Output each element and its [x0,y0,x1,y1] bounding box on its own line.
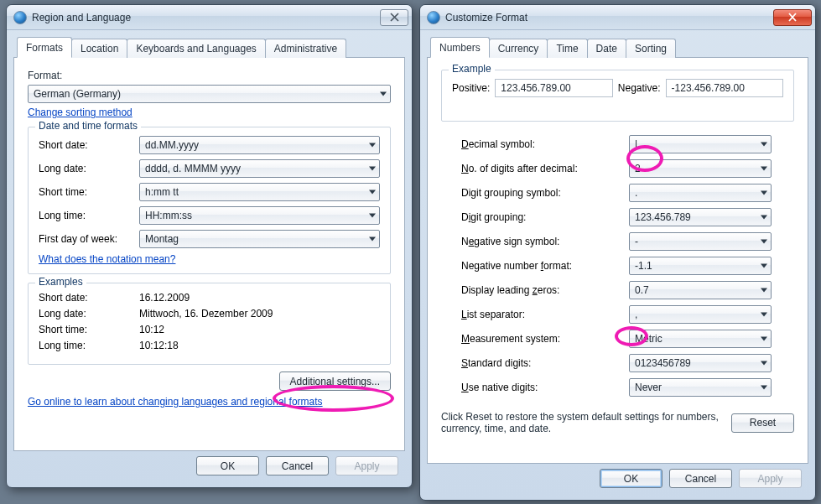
titlebar[interactable]: Customize Format [420,5,815,30]
online-link[interactable]: Go online to learn about changing langua… [28,396,323,408]
cancel-button[interactable]: Cancel [669,469,732,488]
tabstrip: Formats Location Keyboards and Languages… [17,38,405,58]
negative-label: Negative: [618,82,661,94]
tabstrip: Numbers Currency Time Date Sorting [430,38,808,58]
chevron-down-icon [761,240,767,244]
first-day-label: First day of week: [39,233,139,245]
long-date-combo[interactable]: dddd, d. MMMM yyyy [139,159,380,178]
list-separator-combo[interactable]: , [629,305,772,324]
notation-link[interactable]: What does the notation mean? [39,253,175,265]
negative-sign-combo[interactable]: - [629,232,772,251]
chevron-down-icon [369,190,376,195]
positive-label: Positive: [452,82,490,94]
tab-keyboards[interactable]: Keyboards and Languages [127,39,265,58]
native-digits-label: Use native digits: [461,382,629,393]
group-legend: Example [449,63,495,75]
ex-long-date-value: Mittwoch, 16. Dezember 2009 [139,308,273,320]
close-button[interactable] [773,9,812,26]
ex-long-date-label: Long date: [39,308,139,320]
ok-button[interactable]: OK [196,456,259,475]
apply-button[interactable]: Apply [335,456,398,475]
close-button[interactable] [380,9,408,26]
chevron-down-icon [761,167,767,171]
first-day-combo[interactable]: Montag [139,230,380,248]
native-digits-combo[interactable]: Never [629,378,772,397]
long-date-label: Long date: [39,163,139,174]
customize-format-dialog: Customize Format Numbers Currency Time D… [419,4,816,501]
ex-short-time-value: 10:12 [139,324,164,335]
chevron-down-icon [761,143,767,147]
short-time-combo[interactable]: h:mm tt [139,183,380,201]
negative-format-label: Negative number format: [461,260,629,272]
digit-grouping-combo[interactable]: 123.456.789 [629,208,772,226]
long-time-combo[interactable]: HH:mm:ss [139,206,380,225]
list-separator-label: List separator: [461,309,629,320]
short-date-label: Short date: [39,139,139,151]
positive-value: 123.456.789.00 [495,79,612,97]
tab-administrative[interactable]: Administrative [265,39,346,58]
digits-after-combo[interactable]: 2 [629,159,772,178]
tab-time[interactable]: Time [547,39,587,58]
ex-long-time-label: Long time: [39,340,139,351]
negative-sign-label: Negative sign symbol: [461,236,629,247]
chevron-down-icon [761,264,767,268]
digits-after-label: No. of digits after decimal: [461,163,629,174]
chevron-down-icon [761,313,767,317]
tab-currency[interactable]: Currency [489,39,548,58]
format-value: German (Germany) [34,88,121,100]
digit-grouping-label: Digit grouping: [461,211,629,223]
format-combo[interactable]: German (Germany) [28,85,391,103]
ok-button[interactable]: OK [600,469,663,488]
chevron-down-icon [761,288,767,293]
titlebar[interactable]: Region and Language [7,5,412,30]
dialog-buttons: OK Cancel Apply [13,451,405,481]
chevron-down-icon [369,237,376,242]
format-label: Format: [28,70,391,81]
long-time-label: Long time: [39,210,139,221]
chevron-down-icon [369,214,376,218]
negative-format-combo[interactable]: -1.1 [629,257,772,275]
example-group: Example Positive: 123.456.789.00 Negativ… [441,70,794,122]
chevron-down-icon [761,216,767,220]
chevron-down-icon [761,191,767,195]
change-sorting-link[interactable]: Change sorting method [28,107,133,118]
tab-panel: Format: German (Germany) Change sorting … [13,57,405,451]
chevron-down-icon [761,361,767,366]
negative-value: -123.456.789.00 [666,79,783,97]
ex-long-time-value: 10:12:18 [139,340,179,351]
chevron-down-icon [761,337,767,341]
apply-button[interactable]: Apply [739,469,802,488]
short-date-combo[interactable]: dd.MM.yyyy [139,136,380,154]
chevron-down-icon [369,143,376,148]
chevron-down-icon [380,92,387,96]
cancel-button[interactable]: Cancel [266,456,329,475]
measurement-label: Measurement system: [461,333,629,345]
additional-settings-button[interactable]: Additional settings... [279,372,391,391]
leading-zeros-label: Display leading zeros: [461,284,629,296]
tab-sorting[interactable]: Sorting [626,39,676,58]
group-legend: Date and time formats [35,120,141,132]
decimal-symbol-combo[interactable]: | [629,135,772,153]
tab-date[interactable]: Date [587,39,626,58]
ex-short-date-value: 16.12.2009 [139,292,190,304]
window-title: Region and Language [32,12,377,23]
dialog-buttons: OK Cancel Apply [427,464,808,493]
date-time-formats-group: Date and time formats Short date: dd.MM.… [28,127,391,274]
reset-button[interactable]: Reset [731,413,794,433]
chevron-down-icon [761,386,767,390]
leading-zeros-combo[interactable]: 0.7 [629,281,772,299]
tab-location[interactable]: Location [71,39,127,58]
examples-group: Examples Short date:16.12.2009 Long date… [28,283,391,365]
window-title: Customize Format [445,12,770,23]
grouping-symbol-combo[interactable]: . [629,184,772,202]
decimal-symbol-label: Decimal symbol: [461,138,629,150]
tab-formats[interactable]: Formats [17,37,72,58]
grouping-symbol-label: Digit grouping symbol: [461,187,629,199]
tab-panel: Example Positive: 123.456.789.00 Negativ… [427,57,808,464]
tab-numbers[interactable]: Numbers [430,37,490,58]
standard-digits-combo[interactable]: 0123456789 [629,354,772,372]
reset-text: Click Reset to restore the system defaul… [441,411,721,434]
measurement-combo[interactable]: Metric [629,330,772,348]
group-legend: Examples [35,276,86,288]
chevron-down-icon [369,167,376,171]
